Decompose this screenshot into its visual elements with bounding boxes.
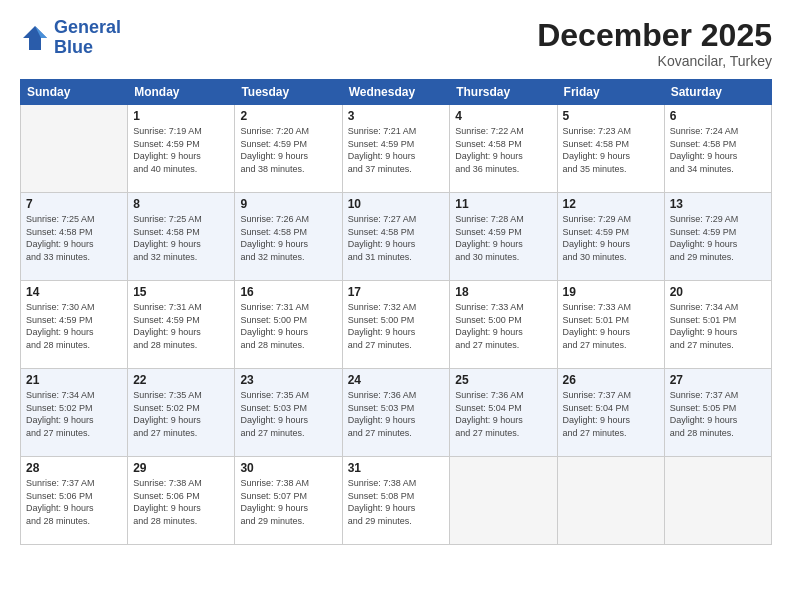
calendar-week-row: 21Sunrise: 7:34 AM Sunset: 5:02 PM Dayli… <box>21 369 772 457</box>
day-info: Sunrise: 7:34 AM Sunset: 5:02 PM Dayligh… <box>26 389 122 439</box>
calendar-cell: 19Sunrise: 7:33 AM Sunset: 5:01 PM Dayli… <box>557 281 664 369</box>
calendar-header-thursday: Thursday <box>450 80 557 105</box>
day-info: Sunrise: 7:20 AM Sunset: 4:59 PM Dayligh… <box>240 125 336 175</box>
calendar-cell: 14Sunrise: 7:30 AM Sunset: 4:59 PM Dayli… <box>21 281 128 369</box>
day-number: 2 <box>240 109 336 123</box>
day-number: 12 <box>563 197 659 211</box>
day-info: Sunrise: 7:28 AM Sunset: 4:59 PM Dayligh… <box>455 213 551 263</box>
calendar-cell: 15Sunrise: 7:31 AM Sunset: 4:59 PM Dayli… <box>128 281 235 369</box>
day-info: Sunrise: 7:31 AM Sunset: 4:59 PM Dayligh… <box>133 301 229 351</box>
day-number: 1 <box>133 109 229 123</box>
day-info: Sunrise: 7:36 AM Sunset: 5:03 PM Dayligh… <box>348 389 445 439</box>
title-area: December 2025 Kovancilar, Turkey <box>537 18 772 69</box>
calendar-cell: 12Sunrise: 7:29 AM Sunset: 4:59 PM Dayli… <box>557 193 664 281</box>
calendar-cell: 22Sunrise: 7:35 AM Sunset: 5:02 PM Dayli… <box>128 369 235 457</box>
location: Kovancilar, Turkey <box>537 53 772 69</box>
calendar-week-row: 28Sunrise: 7:37 AM Sunset: 5:06 PM Dayli… <box>21 457 772 545</box>
calendar-body: 1Sunrise: 7:19 AM Sunset: 4:59 PM Daylig… <box>21 105 772 545</box>
calendar-header-friday: Friday <box>557 80 664 105</box>
day-number: 3 <box>348 109 445 123</box>
calendar-cell <box>450 457 557 545</box>
calendar-cell: 29Sunrise: 7:38 AM Sunset: 5:06 PM Dayli… <box>128 457 235 545</box>
day-info: Sunrise: 7:19 AM Sunset: 4:59 PM Dayligh… <box>133 125 229 175</box>
calendar-cell: 27Sunrise: 7:37 AM Sunset: 5:05 PM Dayli… <box>664 369 771 457</box>
day-number: 9 <box>240 197 336 211</box>
day-number: 31 <box>348 461 445 475</box>
calendar-cell: 30Sunrise: 7:38 AM Sunset: 5:07 PM Dayli… <box>235 457 342 545</box>
day-number: 24 <box>348 373 445 387</box>
calendar-cell: 6Sunrise: 7:24 AM Sunset: 4:58 PM Daylig… <box>664 105 771 193</box>
day-number: 27 <box>670 373 766 387</box>
calendar-cell: 26Sunrise: 7:37 AM Sunset: 5:04 PM Dayli… <box>557 369 664 457</box>
calendar-cell: 23Sunrise: 7:35 AM Sunset: 5:03 PM Dayli… <box>235 369 342 457</box>
calendar-cell: 7Sunrise: 7:25 AM Sunset: 4:58 PM Daylig… <box>21 193 128 281</box>
calendar-cell: 4Sunrise: 7:22 AM Sunset: 4:58 PM Daylig… <box>450 105 557 193</box>
calendar-cell: 10Sunrise: 7:27 AM Sunset: 4:58 PM Dayli… <box>342 193 450 281</box>
calendar-cell: 1Sunrise: 7:19 AM Sunset: 4:59 PM Daylig… <box>128 105 235 193</box>
day-info: Sunrise: 7:30 AM Sunset: 4:59 PM Dayligh… <box>26 301 122 351</box>
day-info: Sunrise: 7:29 AM Sunset: 4:59 PM Dayligh… <box>670 213 766 263</box>
day-info: Sunrise: 7:23 AM Sunset: 4:58 PM Dayligh… <box>563 125 659 175</box>
day-number: 21 <box>26 373 122 387</box>
logo-line1: General <box>54 17 121 37</box>
calendar-cell <box>21 105 128 193</box>
day-number: 17 <box>348 285 445 299</box>
day-number: 22 <box>133 373 229 387</box>
day-number: 7 <box>26 197 122 211</box>
header: General Blue December 2025 Kovancilar, T… <box>20 18 772 69</box>
calendar-cell: 16Sunrise: 7:31 AM Sunset: 5:00 PM Dayli… <box>235 281 342 369</box>
page: General Blue December 2025 Kovancilar, T… <box>0 0 792 612</box>
day-info: Sunrise: 7:34 AM Sunset: 5:01 PM Dayligh… <box>670 301 766 351</box>
day-info: Sunrise: 7:37 AM Sunset: 5:06 PM Dayligh… <box>26 477 122 527</box>
day-number: 5 <box>563 109 659 123</box>
day-number: 8 <box>133 197 229 211</box>
calendar-cell: 2Sunrise: 7:20 AM Sunset: 4:59 PM Daylig… <box>235 105 342 193</box>
calendar-cell: 25Sunrise: 7:36 AM Sunset: 5:04 PM Dayli… <box>450 369 557 457</box>
day-info: Sunrise: 7:35 AM Sunset: 5:03 PM Dayligh… <box>240 389 336 439</box>
calendar-header-tuesday: Tuesday <box>235 80 342 105</box>
day-number: 28 <box>26 461 122 475</box>
day-number: 23 <box>240 373 336 387</box>
day-info: Sunrise: 7:38 AM Sunset: 5:08 PM Dayligh… <box>348 477 445 527</box>
calendar-cell: 31Sunrise: 7:38 AM Sunset: 5:08 PM Dayli… <box>342 457 450 545</box>
day-info: Sunrise: 7:37 AM Sunset: 5:04 PM Dayligh… <box>563 389 659 439</box>
day-info: Sunrise: 7:29 AM Sunset: 4:59 PM Dayligh… <box>563 213 659 263</box>
day-number: 10 <box>348 197 445 211</box>
day-number: 6 <box>670 109 766 123</box>
calendar-cell: 11Sunrise: 7:28 AM Sunset: 4:59 PM Dayli… <box>450 193 557 281</box>
day-number: 19 <box>563 285 659 299</box>
calendar-header-saturday: Saturday <box>664 80 771 105</box>
day-number: 16 <box>240 285 336 299</box>
day-info: Sunrise: 7:33 AM Sunset: 5:01 PM Dayligh… <box>563 301 659 351</box>
day-info: Sunrise: 7:33 AM Sunset: 5:00 PM Dayligh… <box>455 301 551 351</box>
day-info: Sunrise: 7:32 AM Sunset: 5:00 PM Dayligh… <box>348 301 445 351</box>
logo-icon <box>20 23 50 53</box>
day-info: Sunrise: 7:26 AM Sunset: 4:58 PM Dayligh… <box>240 213 336 263</box>
calendar-cell: 21Sunrise: 7:34 AM Sunset: 5:02 PM Dayli… <box>21 369 128 457</box>
day-number: 30 <box>240 461 336 475</box>
calendar-cell: 3Sunrise: 7:21 AM Sunset: 4:59 PM Daylig… <box>342 105 450 193</box>
day-info: Sunrise: 7:38 AM Sunset: 5:06 PM Dayligh… <box>133 477 229 527</box>
calendar-table: SundayMondayTuesdayWednesdayThursdayFrid… <box>20 79 772 545</box>
day-info: Sunrise: 7:24 AM Sunset: 4:58 PM Dayligh… <box>670 125 766 175</box>
calendar-week-row: 14Sunrise: 7:30 AM Sunset: 4:59 PM Dayli… <box>21 281 772 369</box>
day-number: 11 <box>455 197 551 211</box>
calendar-header-monday: Monday <box>128 80 235 105</box>
day-info: Sunrise: 7:25 AM Sunset: 4:58 PM Dayligh… <box>26 213 122 263</box>
calendar-header-sunday: Sunday <box>21 80 128 105</box>
calendar-cell: 20Sunrise: 7:34 AM Sunset: 5:01 PM Dayli… <box>664 281 771 369</box>
day-number: 15 <box>133 285 229 299</box>
day-number: 29 <box>133 461 229 475</box>
day-info: Sunrise: 7:38 AM Sunset: 5:07 PM Dayligh… <box>240 477 336 527</box>
logo: General Blue <box>20 18 121 58</box>
day-number: 4 <box>455 109 551 123</box>
calendar-cell <box>664 457 771 545</box>
calendar-header-wednesday: Wednesday <box>342 80 450 105</box>
calendar-week-row: 7Sunrise: 7:25 AM Sunset: 4:58 PM Daylig… <box>21 193 772 281</box>
calendar-cell: 28Sunrise: 7:37 AM Sunset: 5:06 PM Dayli… <box>21 457 128 545</box>
day-info: Sunrise: 7:36 AM Sunset: 5:04 PM Dayligh… <box>455 389 551 439</box>
day-info: Sunrise: 7:21 AM Sunset: 4:59 PM Dayligh… <box>348 125 445 175</box>
calendar-cell: 9Sunrise: 7:26 AM Sunset: 4:58 PM Daylig… <box>235 193 342 281</box>
day-number: 26 <box>563 373 659 387</box>
day-number: 25 <box>455 373 551 387</box>
